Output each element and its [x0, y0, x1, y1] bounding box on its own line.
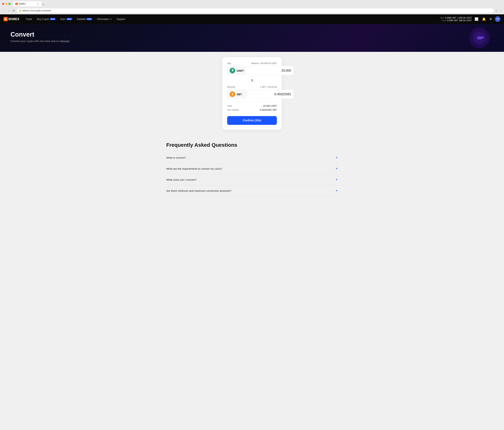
- pay-currency-selector[interactable]: ₮ USDT: [227, 66, 246, 75]
- convert-card: Pay Balance: 100,000.00 USDT ₮ USDT ⇅ Re…: [222, 57, 282, 130]
- swap-icon: ⇅: [251, 79, 253, 82]
- minimize-button[interactable]: [5, 3, 7, 5]
- bell-icon[interactable]: 🔔: [481, 17, 486, 22]
- nav-item-support[interactable]: Support: [115, 16, 127, 22]
- receive-currency-name: XBT: [237, 93, 242, 96]
- avatar[interactable]: TT: [495, 16, 501, 22]
- balance-info: Total 0.0085 XBT 1,000.00 USDT Avail 0.0…: [440, 17, 472, 22]
- pay-currency-name: USDT: [237, 69, 244, 72]
- earn-badge: NEW: [66, 18, 72, 20]
- refresh-button[interactable]: ↺: [12, 9, 15, 12]
- hero-section: Convert Convert your crypto with zero fe…: [0, 24, 504, 52]
- back-button[interactable]: ←: [2, 9, 6, 12]
- nav-item-trade[interactable]: Trade: [24, 16, 34, 22]
- faq-expand-3[interactable]: +: [335, 188, 338, 193]
- faq-item-3[interactable]: Are there minimum and maximum conversion…: [166, 185, 338, 196]
- nav-item-earn[interactable]: Earn NEW: [58, 16, 74, 22]
- faq-question-1: What are the requirements to convert my …: [166, 167, 222, 170]
- balance-row-avail: Avail 0.0085 XBT 988.00 USDT: [442, 19, 472, 22]
- total-label: Total: [440, 17, 444, 19]
- faq-item-0[interactable]: What is convert? +: [166, 152, 338, 163]
- logo-text: BitMEX: [9, 17, 19, 21]
- profile-icon[interactable]: ⋮: [499, 9, 502, 12]
- new-tab-button[interactable]: +: [42, 3, 44, 6]
- receive-row: ₿ XBT: [227, 90, 277, 99]
- cost-row: Cost 25,000 USDT: [227, 105, 277, 107]
- pay-row: ₮ USDT: [227, 66, 277, 75]
- faq-section: Frequently Asked Questions What is conve…: [156, 133, 348, 205]
- faq-item-1[interactable]: What are the requirements to convert my …: [166, 163, 338, 174]
- total-usdt-value: 1,000.00 USDT: [457, 17, 472, 19]
- app: BitMEX Trade Buy Crypto NEW Earn NEW Con…: [0, 14, 504, 205]
- avail-label: Avail: [442, 19, 446, 21]
- swap-button[interactable]: ⇅: [249, 77, 255, 83]
- balance-row-total: Total 0.0085 XBT 1,000.00 USDT: [440, 17, 472, 19]
- divider: [227, 101, 277, 102]
- forward-button[interactable]: →: [7, 9, 10, 12]
- browser-addressbar: ← → ↺ 🔒 bitmex.com/crypto-converter ☆ ⋮: [0, 8, 504, 14]
- tab-favicon: B: [15, 3, 18, 5]
- cost-value: 25,000 USDT: [263, 105, 277, 107]
- faq-question-3: Are there minimum and maximum conversion…: [166, 189, 231, 192]
- receive-amount-input[interactable]: [248, 90, 294, 99]
- maximize-button[interactable]: [9, 3, 10, 5]
- avail-xbt-value: 0.0085 XBT: [447, 19, 458, 22]
- you-receive-label: You receive: [227, 109, 239, 111]
- nav-item-information[interactable]: Information ▼: [95, 16, 114, 22]
- faq-expand-1[interactable]: +: [335, 166, 338, 171]
- faq-expand-0[interactable]: +: [335, 155, 338, 160]
- tab-title: BitMEX: [19, 3, 26, 5]
- logo-icon: [3, 17, 8, 21]
- avail-usdt-value: 988.00 USDT: [459, 19, 472, 22]
- tab-close-icon[interactable]: ✕: [37, 2, 39, 5]
- navbar: BitMEX Trade Buy Crypto NEW Earn NEW Con…: [0, 14, 504, 24]
- xbt-icon: ₿: [230, 91, 235, 97]
- you-receive-value: 0.40322581 XBT: [260, 109, 277, 111]
- faq-item-2[interactable]: What coins can I convert? +: [166, 174, 338, 185]
- addressbar-actions: ☆ ⋮: [495, 9, 502, 12]
- main-content: Pay Balance: 100,000.00 USDT ₮ USDT ⇅ Re…: [0, 52, 504, 133]
- receive-section-header: Receive 1 XBT = 62125.00: [227, 86, 277, 88]
- settings-icon[interactable]: ⚙: [489, 17, 493, 22]
- address-bar[interactable]: 🔒 bitmex.com/crypto-converter: [17, 9, 494, 13]
- dropdown-chevron-icon: ▼: [110, 18, 112, 20]
- browser-tabs: B BitMEX ✕ +: [13, 1, 44, 6]
- hero-subtitle: Convert your crypto with zero fees and n…: [10, 40, 494, 43]
- url-text: bitmex.com/crypto-converter: [22, 9, 51, 12]
- faq-question-2: What coins can I convert?: [166, 178, 197, 181]
- pay-section-header: Pay Balance: 100,000.00 USDT: [227, 62, 277, 64]
- browser-chrome: B BitMEX ✕ + ← → ↺ 🔒 bitmex.com/crypto-c…: [0, 0, 504, 14]
- nav-links: Trade Buy Crypto NEW Earn NEW Convert NE…: [24, 16, 440, 22]
- total-xbt-value: 0.0085 XBT: [445, 17, 456, 19]
- nav-right: Total 0.0085 XBT 1,000.00 USDT Avail 0.0…: [440, 16, 501, 22]
- nav-item-convert[interactable]: Convert NEW: [75, 16, 94, 22]
- nav-item-buy-crypto[interactable]: Buy Crypto NEW: [35, 16, 58, 22]
- browser-titlebar: B BitMEX ✕ +: [0, 0, 504, 8]
- faq-list: What is convert? + What are the requirem…: [166, 152, 338, 196]
- convert-badge: NEW: [86, 18, 92, 20]
- confirm-button[interactable]: Confirm (10s): [227, 116, 277, 125]
- balance-display: Balance: 100,000.00 USDT: [251, 62, 277, 64]
- faq-expand-2[interactable]: +: [335, 177, 338, 182]
- faq-title: Frequently Asked Questions: [166, 142, 338, 148]
- swap-row: ⇅: [227, 77, 277, 83]
- hero-title: Convert: [10, 31, 494, 38]
- you-receive-row: You receive 0.40322581 XBT: [227, 109, 277, 111]
- logo[interactable]: BitMEX: [3, 17, 19, 21]
- pay-amount-input[interactable]: [248, 66, 294, 75]
- pay-label: Pay: [227, 62, 231, 64]
- usdt-icon: ₮: [230, 68, 235, 73]
- buy-crypto-badge: NEW: [50, 18, 55, 20]
- receive-label: Receive: [227, 86, 235, 88]
- close-button[interactable]: [2, 3, 4, 5]
- wallet-icon[interactable]: ⬜: [474, 17, 479, 22]
- exchange-rate: 1 XBT = 62125.00: [260, 86, 277, 88]
- cost-label: Cost: [227, 105, 232, 107]
- receive-currency-selector[interactable]: ₿ XBT: [227, 90, 246, 99]
- bookmark-icon[interactable]: ☆: [495, 9, 498, 12]
- lock-icon: 🔒: [19, 9, 21, 12]
- traffic-lights: [2, 3, 10, 5]
- active-tab[interactable]: B BitMEX ✕: [13, 1, 41, 6]
- hero-content: Convert Convert your crypto with zero fe…: [10, 31, 494, 43]
- faq-question-0: What is convert?: [166, 156, 186, 159]
